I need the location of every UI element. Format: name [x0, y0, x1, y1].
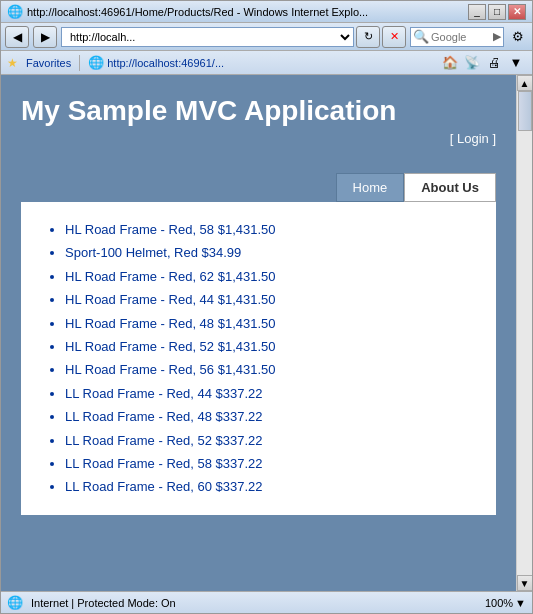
address-input[interactable]: http://localh... [61, 27, 354, 47]
nav-bar: Home About Us [1, 165, 516, 202]
list-item: HL Road Frame - Red, 48 $1,431.50 [65, 312, 476, 335]
scroll-thumb[interactable] [518, 91, 532, 131]
zoom-control[interactable]: 100% ▼ [485, 597, 526, 609]
browser-window: 🌐 http://localhost:46961/Home/Products/R… [0, 0, 533, 614]
google-icon: 🔍 [413, 29, 429, 44]
favorites-star-icon: ★ [7, 56, 18, 70]
search-submit-icon[interactable]: ▶ [493, 30, 501, 43]
scrollbar: ▲ ▼ [516, 75, 532, 591]
status-icon: 🌐 [7, 595, 23, 610]
back-button[interactable]: ◀ [5, 26, 29, 48]
toolbar-extra-icons: 🏠 📡 🖨 ▼ [440, 53, 526, 73]
close-button[interactable]: ✕ [508, 4, 526, 20]
refresh-button[interactable]: ↻ [356, 26, 380, 48]
list-item: HL Road Frame - Red, 62 $1,431.50 [65, 265, 476, 288]
favorites-separator [79, 55, 80, 71]
list-item: HL Road Frame - Red, 56 $1,431.50 [65, 358, 476, 381]
stop-button[interactable]: ✕ [382, 26, 406, 48]
window-controls: _ □ ✕ [468, 4, 526, 20]
status-bar: 🌐 Internet | Protected Mode: On 100% ▼ [1, 591, 532, 613]
favorites-bar: ★ Favorites 🌐 http://localhost:46961/...… [1, 51, 532, 75]
home-icon[interactable]: 🏠 [440, 53, 460, 73]
tools-dropdown-icon[interactable]: ▼ [506, 53, 526, 73]
list-item: HL Road Frame - Red, 52 $1,431.50 [65, 335, 476, 358]
ie-logo-icon: 🌐 [7, 4, 23, 19]
app-title: My Sample MVC Application [21, 95, 496, 127]
list-item: HL Road Frame - Red, 44 $1,431.50 [65, 288, 476, 311]
print-icon[interactable]: 🖨 [484, 53, 504, 73]
active-tab[interactable]: 🌐 http://localhost:46961/... [88, 55, 224, 70]
list-item: LL Road Frame - Red, 52 $337.22 [65, 429, 476, 452]
list-item: HL Road Frame - Red, 58 $1,431.50 [65, 218, 476, 241]
status-text: Internet | Protected Mode: On [31, 597, 477, 609]
zoom-label: 100% [485, 597, 513, 609]
address-bar: http://localh... ↻ ✕ [61, 26, 406, 48]
browser-content: My Sample MVC Application [ Login ] Home… [1, 75, 532, 591]
header-section: My Sample MVC Application [ Login ] [1, 75, 516, 165]
list-item: LL Road Frame - Red, 60 $337.22 [65, 475, 476, 498]
page-area: My Sample MVC Application [ Login ] Home… [1, 75, 516, 591]
zoom-dropdown-icon[interactable]: ▼ [515, 597, 526, 609]
search-box: 🔍 ▶ [410, 27, 504, 47]
scroll-down-button[interactable]: ▼ [517, 575, 533, 591]
search-input[interactable] [431, 31, 491, 43]
title-bar: 🌐 http://localhost:46961/Home/Products/R… [1, 1, 532, 23]
restore-button[interactable]: □ [488, 4, 506, 20]
tools-icon[interactable]: ⚙ [508, 27, 528, 47]
login-area: [ Login ] [21, 127, 496, 150]
tab-icon: 🌐 [88, 55, 104, 70]
tab-label: http://localhost:46961/... [107, 57, 224, 69]
list-item: Sport-100 Helmet, Red $34.99 [65, 241, 476, 264]
favorites-link[interactable]: Favorites [26, 57, 71, 69]
list-item: LL Road Frame - Red, 58 $337.22 [65, 452, 476, 475]
nav-home[interactable]: Home [336, 173, 405, 202]
mvc-page: My Sample MVC Application [ Login ] Home… [1, 75, 516, 591]
nav-about-us[interactable]: About Us [404, 173, 496, 202]
content-area: HL Road Frame - Red, 58 $1,431.50Sport-1… [21, 202, 496, 515]
minimize-button[interactable]: _ [468, 4, 486, 20]
login-link[interactable]: [ Login ] [450, 131, 496, 146]
product-list: HL Road Frame - Red, 58 $1,431.50Sport-1… [41, 218, 476, 499]
window-title: http://localhost:46961/Home/Products/Red… [27, 6, 464, 18]
list-item: LL Road Frame - Red, 48 $337.22 [65, 405, 476, 428]
nav-toolbar: ◀ ▶ http://localh... ↻ ✕ 🔍 ▶ ⚙ [1, 23, 532, 51]
favorites-label: Favorites [26, 57, 71, 69]
forward-button[interactable]: ▶ [33, 26, 57, 48]
list-item: LL Road Frame - Red, 44 $337.22 [65, 382, 476, 405]
scroll-up-button[interactable]: ▲ [517, 75, 533, 91]
rss-icon[interactable]: 📡 [462, 53, 482, 73]
scroll-track[interactable] [517, 91, 532, 575]
